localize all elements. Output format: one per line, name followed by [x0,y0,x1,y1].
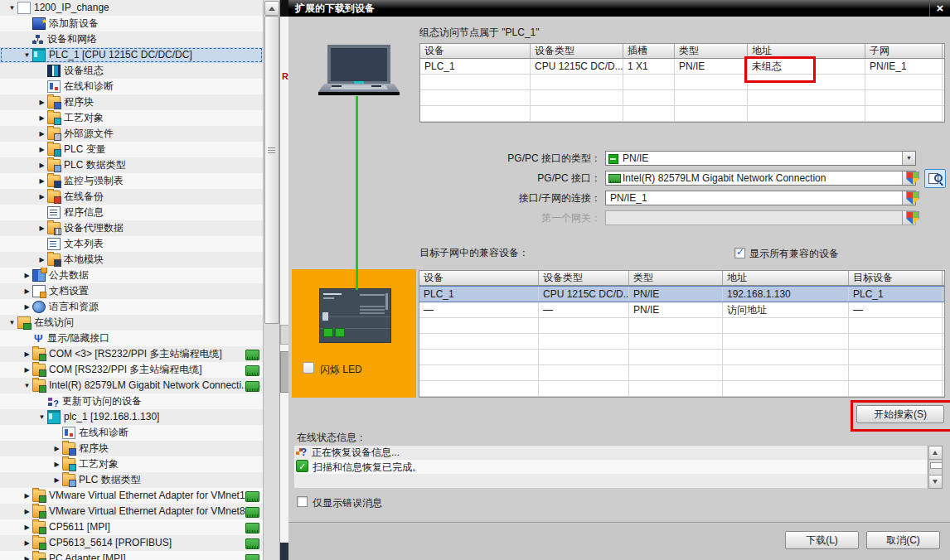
tree-item[interactable]: ▶PC Adapter [MPI] [0,551,263,560]
chevron-down-icon[interactable]: ▼ [7,315,17,331]
pgpc-dropdown[interactable]: Intel(R) 82579LM Gigabit Network Connect… [605,171,916,186]
tree-item[interactable]: ▼plc_1 [192.168.1.130] [0,409,263,425]
scroll-up-button[interactable] [929,447,942,460]
tree-item[interactable]: ▶PLC 数据类型 [0,472,263,488]
tree-item[interactable]: ▼在线访问 [0,315,263,331]
tree-item[interactable]: 程序信息 [0,205,263,220]
flash-led-checkbox[interactable] [303,362,314,374]
chevron-down-icon[interactable]: ▼ [22,378,32,393]
tree-item[interactable]: 更新可访问的设备 [0,393,263,409]
chevron-down-icon[interactable]: ▼ [36,409,47,425]
chevron-right-icon[interactable]: ▶ [22,362,32,378]
chevron-right-icon[interactable]: ▶ [22,283,32,299]
tree-item[interactable]: ▶CP5611 [MPI] [0,519,263,535]
tree-item[interactable]: ▶文档设置 [0,283,263,299]
table-row[interactable] [420,75,944,90]
pgpc-dropdown[interactable]: PN/IE_1▼ [605,191,916,205]
chevron-right-icon[interactable]: ▶ [51,441,62,456]
table-row[interactable] [419,318,944,334]
table-row[interactable]: PLC_1CPU 1215C DC/D...1 X1PN/IE未组态PN/IE_… [420,59,944,75]
chevron-right-icon[interactable]: ▶ [22,268,32,283]
tree-item[interactable]: ▶设备代理数据 [0,220,263,236]
chevron-down-icon[interactable]: ▼ [22,47,32,63]
dropdown-value: PN/IE_1 [610,191,647,205]
tree-item[interactable]: ▼PLC_1 [CPU 1215C DC/DC/DC] [0,47,263,63]
compatible-devices-table[interactable]: 设备设备类型类型地址目标设备PLC_1CPU 1215C DC/D...PN/I… [419,270,945,398]
chevron-right-icon[interactable]: ▶ [36,220,47,236]
tree-item[interactable]: 在线和诊断 [0,79,263,94]
table-row[interactable] [419,334,944,350]
pgpc-dropdown[interactable]: ▼ [605,210,916,225]
dialog-titlebar[interactable]: 扩展的下载到设备 × [288,0,950,17]
chevron-right-icon[interactable]: ▶ [51,472,62,488]
tree-item[interactable]: ▶程序块 [0,441,263,456]
table-row[interactable] [420,90,944,106]
table-cell [629,318,723,333]
chevron-right-icon[interactable]: ▶ [22,299,32,315]
chevron-right-icon[interactable]: ▶ [36,94,47,110]
table-row[interactable] [419,350,944,365]
tree-item[interactable]: ▶COM <3> [RS232/PPI 多主站编程电缆] [0,346,263,362]
table-row[interactable]: ——PN/IE访问地址— [419,302,944,318]
tree-item[interactable]: 添加新设备 [0,16,263,31]
chevron-right-icon[interactable]: ▶ [36,157,47,173]
chevron-right-icon[interactable]: ▶ [36,126,47,142]
chevron-down-icon[interactable]: ▼ [7,0,17,16]
download-button[interactable]: 下载(L) [785,531,859,549]
chevron-right-icon[interactable]: ▶ [36,189,47,205]
tree-item[interactable]: ▶在线备份 [0,189,263,205]
tree-item[interactable]: ▶VMware Virtual Ethernet Adapter for VMn… [0,504,263,519]
tree-item[interactable]: ▶外部源文件 [0,126,263,142]
chevron-right-icon[interactable]: ▶ [51,456,62,472]
show-all-compatible-checkbox[interactable] [734,248,745,258]
tree-item[interactable]: 在线和诊断 [0,425,263,441]
check-icon [296,460,308,472]
network-card-icon [245,523,259,533]
tree-item[interactable]: ▶COM [RS232/PPI 多主站编程电缆] [0,362,263,378]
tree-item[interactable]: ▶程序块 [0,94,263,110]
tree-item[interactable]: 设备组态 [0,63,263,79]
tree-item[interactable]: ▶PLC 数据类型 [0,157,263,173]
chevron-right-icon[interactable]: ▶ [22,551,32,560]
tree-item[interactable]: ▼Intel(R) 82579LM Gigabit Network Connec… [0,378,263,393]
table-row[interactable] [419,365,944,381]
tree-item[interactable]: ▶语言和资源 [0,299,263,315]
scroll-down-button[interactable] [929,475,942,488]
tree-scrollbar[interactable] [264,0,280,560]
chevron-right-icon[interactable]: ▶ [22,535,32,551]
error-only-checkbox[interactable] [297,496,308,507]
config-access-table[interactable]: 设备设备类型插槽类型地址子网PLC_1CPU 1215C DC/D...1 X1… [419,43,945,123]
chevron-down-icon[interactable]: ▼ [902,152,915,165]
chevron-right-icon[interactable]: ▶ [36,252,47,268]
tree-item[interactable]: ▶公共数据 [0,268,263,283]
cancel-button[interactable]: 取消(C) [866,531,940,549]
chevron-right-icon[interactable]: ▶ [22,519,32,535]
pgpc-dropdown[interactable]: PN/IE▼ [605,151,916,166]
tree-item[interactable]: ▶本地模块 [0,252,263,268]
tree-item[interactable]: ▶CP5613_5614 [PROFIBUS] [0,535,263,551]
table-row[interactable] [419,381,944,397]
tree-item[interactable]: 设备和网络 [0,31,263,47]
tree-item[interactable]: ▼1200_IP_change [0,0,263,16]
chevron-right-icon[interactable]: ▶ [36,173,47,189]
tree-item[interactable]: ▶工艺对象 [0,456,263,472]
status-scrollbar[interactable] [928,446,943,489]
tree-item[interactable]: ▶工艺对象 [0,110,263,126]
status-scrollbar-thumb[interactable] [930,462,943,469]
chevron-right-icon[interactable]: ▶ [36,142,47,157]
tree-item[interactable]: ▶PLC 变量 [0,142,263,157]
chevron-right-icon[interactable]: ▶ [22,504,32,519]
table-row[interactable] [420,106,944,122]
scroll-up-button[interactable] [264,1,279,16]
tree-item[interactable]: 文本列表 [0,236,263,252]
tree-scrollbar-thumb[interactable] [264,16,279,324]
close-icon[interactable]: × [929,0,950,17]
tree-item[interactable]: ▶监控与强制表 [0,173,263,189]
chevron-right-icon[interactable]: ▶ [36,110,47,126]
chevron-right-icon[interactable]: ▶ [22,346,32,362]
chevron-right-icon[interactable]: ▶ [22,488,32,504]
tree-item[interactable]: ▶VMware Virtual Ethernet Adapter for VMn… [0,488,263,504]
table-row[interactable]: PLC_1CPU 1215C DC/D...PN/IE192.168.1.130… [419,286,944,302]
tree-item[interactable]: 显示/隐藏接口 [0,331,263,346]
browse-search-button[interactable] [924,169,946,188]
